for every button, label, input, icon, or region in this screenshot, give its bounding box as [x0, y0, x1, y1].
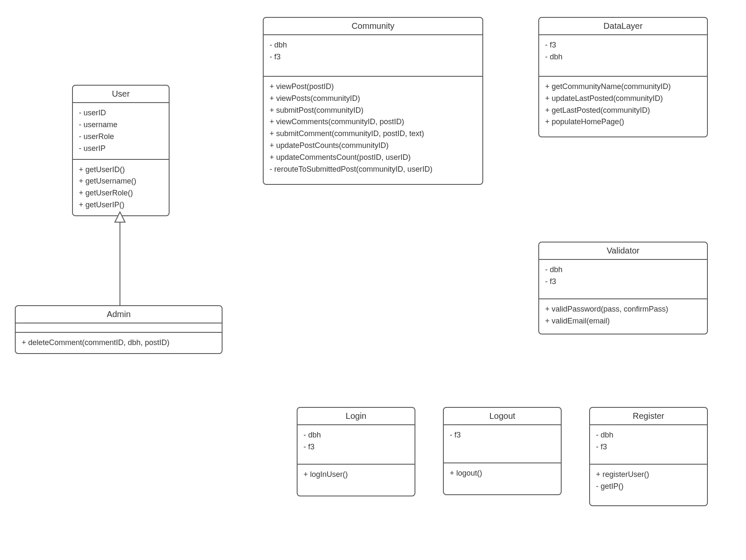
- method: + logInUser(): [303, 469, 409, 481]
- method: + populateHomePage(): [545, 116, 701, 128]
- class-logout-title: Logout: [444, 408, 561, 425]
- class-community: Community - dbh - f3 + viewPost(postID) …: [263, 17, 483, 185]
- class-register-attributes: - dbh - f3: [590, 425, 707, 465]
- class-validator-title: Validator: [539, 242, 707, 260]
- method: + submitPost(communityID): [270, 105, 476, 117]
- class-validator-methods: + validPassword(pass, confirmPass) + val…: [539, 299, 707, 334]
- method: + validEmail(email): [545, 315, 701, 327]
- method: + getUserRole(): [79, 187, 163, 199]
- class-register: Register - dbh - f3 + registerUser() - g…: [589, 407, 708, 506]
- class-datalayer-title: DataLayer: [539, 18, 707, 35]
- method: + submitComment(communityID, postID, tex…: [270, 128, 476, 140]
- attr: - dbh: [303, 429, 409, 441]
- attr: - dbh: [545, 51, 701, 63]
- class-community-attributes: - dbh - f3: [264, 35, 482, 77]
- method: + getUsername(): [79, 176, 163, 187]
- method: - rerouteToSubmittedPost(communityID, us…: [270, 164, 476, 176]
- method: + viewPosts(communityID): [270, 93, 476, 105]
- attr: - f3: [450, 429, 555, 441]
- class-validator-attributes: - dbh - f3: [539, 260, 707, 299]
- class-admin-methods: + deleteComment(commentID, dbh, postID): [16, 333, 222, 353]
- attr: - userRole: [79, 131, 163, 143]
- class-logout-methods: + logout(): [444, 463, 561, 494]
- class-user-methods: + getUserID() + getUsername() + getUserR…: [73, 160, 169, 216]
- attr: - f3: [303, 441, 409, 453]
- class-login-methods: + logInUser(): [298, 465, 415, 496]
- attr: - f3: [545, 276, 701, 288]
- class-login-title: Login: [298, 408, 415, 425]
- attr: - dbh: [545, 264, 701, 276]
- attr: - dbh: [596, 429, 701, 441]
- attr: - f3: [545, 39, 701, 51]
- class-register-title: Register: [590, 408, 707, 425]
- method: + deleteComment(commentID, dbh, postID): [22, 337, 216, 349]
- class-community-title: Community: [264, 18, 482, 35]
- class-login: Login - dbh - f3 + logInUser(): [297, 407, 415, 496]
- attr: - dbh: [270, 39, 476, 51]
- method: + getUserID(): [79, 164, 163, 176]
- class-admin-attributes: [16, 323, 222, 333]
- class-logout: Logout - f3 + logout(): [443, 407, 562, 495]
- class-login-attributes: - dbh - f3: [298, 425, 415, 465]
- method: + updateCommentsCount(postID, userID): [270, 152, 476, 164]
- class-admin-title: Admin: [16, 306, 222, 323]
- method: + getLastPosted(communityID): [545, 105, 701, 117]
- class-admin: Admin + deleteComment(commentID, dbh, po…: [15, 305, 223, 354]
- class-datalayer-methods: + getCommunityName(communityID) + update…: [539, 77, 707, 137]
- method: + getUserIP(): [79, 199, 163, 211]
- method: + getCommunityName(communityID): [545, 81, 701, 93]
- class-datalayer: DataLayer - f3 - dbh + getCommunityName(…: [538, 17, 708, 137]
- uml-canvas: User - userID - username - userRole - us…: [0, 0, 746, 560]
- attr: - f3: [596, 441, 701, 453]
- method: + registerUser(): [596, 469, 701, 481]
- class-user-title: User: [73, 86, 169, 103]
- class-user: User - userID - username - userRole - us…: [72, 85, 170, 216]
- class-user-attributes: - userID - username - userRole - userIP: [73, 103, 169, 160]
- class-community-methods: + viewPost(postID) + viewPosts(community…: [264, 77, 482, 184]
- attr: - f3: [270, 51, 476, 63]
- method: - getIP(): [596, 481, 701, 493]
- attr: - userIP: [79, 143, 163, 155]
- method: + updateLastPosted(communityID): [545, 93, 701, 105]
- method: + updatePostCounts(communityID): [270, 140, 476, 152]
- class-logout-attributes: - f3: [444, 425, 561, 463]
- method: + validPassword(pass, confirmPass): [545, 304, 701, 315]
- method: + logout(): [450, 468, 555, 479]
- attr: - username: [79, 119, 163, 131]
- method: + viewComments(communityID, postID): [270, 116, 476, 128]
- attr: - userID: [79, 107, 163, 119]
- class-validator: Validator - dbh - f3 + validPassword(pas…: [538, 242, 708, 334]
- class-datalayer-attributes: - f3 - dbh: [539, 35, 707, 77]
- method: + viewPost(postID): [270, 81, 476, 93]
- class-register-methods: + registerUser() - getIP(): [590, 465, 707, 505]
